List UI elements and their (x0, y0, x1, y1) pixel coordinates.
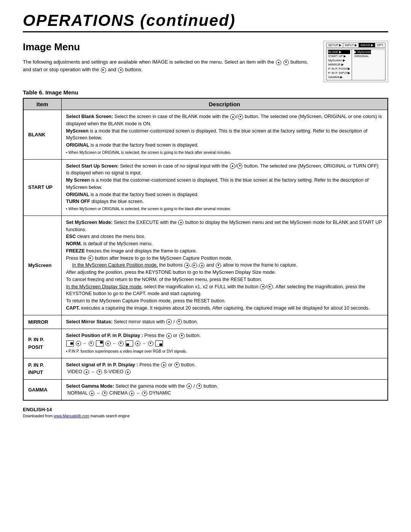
desc-cell-startup: Select Start Up Screen: Select the scree… (61, 159, 388, 216)
down-icon4: ▼ (216, 263, 221, 268)
desc-cell-posit: Select Position of P. in P. Display : Pr… (61, 329, 388, 358)
tab-setup: SETUP ▶ (327, 43, 343, 47)
right-icon5: ► (268, 284, 273, 289)
page-title: OPERATIONS (continued) (23, 11, 388, 30)
down-icon10: ▼ (196, 383, 202, 389)
desc-cell-myscreen: Set MyScreen Mode: Select the EXECUTE wi… (61, 216, 388, 315)
pip-bl (126, 340, 133, 347)
sub-spacer1 (354, 58, 371, 62)
tab-image: IMAGE ▶ (359, 43, 375, 47)
item-cell-gamma: GAMMA (23, 379, 61, 400)
desc-posit-bold: Select Position of P. in P. Display : (66, 333, 143, 338)
tab-input: INPUT ▶ (343, 43, 359, 47)
up-icon3: ▲ (178, 220, 183, 225)
up-icon12: ▲ (129, 391, 134, 396)
lr-btn3: ▲ (105, 341, 111, 346)
table-row: MIRROR Select Mirror Status: Select mirr… (23, 315, 388, 329)
pip-tr (96, 340, 104, 347)
table-row: MyScreen Set MyScreen Mode: Select the E… (23, 216, 388, 315)
down-icon8: ▼ (97, 369, 102, 375)
desc-myscreen2-label: My Screen (66, 177, 90, 183)
desc-cell-mirror: Select Mirror Status: Select mirror stat… (61, 315, 388, 329)
up-icon4: ▲ (199, 263, 204, 268)
capture-pos-underline: In the MyScreen Capture Position mode, (72, 262, 158, 268)
item-cell-myscreen: MyScreen (23, 216, 61, 315)
up-icon5: ▲ (166, 319, 172, 324)
item-cell-blank: BLANK (23, 110, 61, 160)
down-icon5: ▼ (177, 319, 182, 324)
desc-original-label: ORIGINAL (66, 142, 89, 148)
sub-spacer4 (354, 71, 371, 75)
right-icon3: ► (88, 256, 93, 261)
table-row: BLANK Select Blank Screen: Select the sc… (23, 110, 388, 160)
menu-left-items: BLANK ▶ START UP ▶ MyScreen ▶ MIRROR ▶ P… (327, 49, 352, 80)
item-cell-input: P. IN P.INPUT (23, 358, 61, 379)
desc-mirror-bold: Select Mirror Status: (66, 319, 113, 324)
down-icon: ▼ (238, 114, 243, 120)
menu-item-myscreen: MyScreen ▶ (328, 58, 350, 62)
desc-esc-label: ESC (66, 234, 76, 239)
image-menu-table: Item Description BLANK Select Blank Scre… (23, 98, 388, 401)
menu-body: BLANK ▶ START UP ▶ MyScreen ▶ MIRROR ▶ P… (326, 49, 386, 80)
down-icon2: ▼ (237, 163, 242, 169)
up-icon6: ▲ (166, 333, 172, 339)
footer-link[interactable]: www.Manualslib.com (54, 414, 89, 418)
right-icon4: ► (192, 263, 197, 268)
arrow-lr6: ↔ (136, 391, 140, 395)
lr-btn6: ▼ (148, 341, 153, 346)
table-row: P. IN P.INPUT Select signal of P. in P. … (23, 358, 388, 379)
up-icon9: ▲ (125, 369, 131, 375)
lr-btn1: ▲ (76, 341, 81, 346)
table-row: GAMMA Select Gamma Mode: Select the gamm… (23, 379, 388, 400)
myscreen-capture-line: In the MyScreen Capture Position mode, t… (72, 262, 297, 268)
startup-note: • When MyScreen or ORIGINAL is selected,… (66, 207, 231, 211)
right-btn-icon: ► (101, 67, 106, 73)
sub-spacer5 (354, 75, 371, 79)
desc-freeze-label: FREEZE (66, 248, 85, 254)
menu-diagram: SETUP ▶ INPUT ▶ IMAGE ▶ OPT. BLANK ▶ STA… (323, 41, 388, 82)
menu-item-pinp-input: P. IN P. INPUT▶ (328, 71, 350, 75)
desc-myscreen-label: MyScreen (66, 128, 89, 134)
menu-tabs: SETUP ▶ INPUT ▶ IMAGE ▶ OPT. (326, 43, 386, 48)
desc-setmyscreen-bold: Set MyScreen Mode: (66, 220, 113, 225)
desc-bold: Select Blank Screen: (66, 114, 113, 119)
menu-item-startup: START UP ▶ (328, 54, 350, 58)
menu-item-gamma: GAMMA ▶ (328, 75, 350, 79)
down-btn-icon: ▼ (284, 60, 289, 65)
sub-spacer2 (354, 62, 371, 67)
lr-btn5: ▲ (135, 341, 140, 346)
table-row: START UP Select Start Up Screen: Select … (23, 159, 388, 216)
up-icon: ▲ (230, 114, 236, 120)
arrow-lr4: ↔ (91, 369, 95, 374)
up-icon8: ▲ (84, 369, 89, 375)
sub-item-myscreen: ▶ MyScreen (354, 50, 371, 54)
lr-btn4: ▼ (118, 341, 124, 346)
down-icon12: ▼ (142, 391, 147, 396)
arrow-lr3: ↔ (142, 340, 146, 346)
intro-text: Image Menu The following adjustments and… (23, 39, 316, 74)
up-btn-icon: ▲ (276, 60, 281, 65)
down-icon6: ▼ (179, 333, 185, 339)
arrow-lr5: ↔ (96, 391, 100, 395)
item-cell-mirror: MIRROR (23, 315, 61, 329)
pip-tl (66, 340, 74, 347)
posit-note: • P.IN P. function superimposes a video … (66, 349, 187, 353)
desc-turnoff-label: TURN OFF (66, 199, 90, 204)
lr-btn2: ▼ (89, 341, 94, 346)
table-title: Table 6. Image Menu (23, 89, 388, 96)
sub-spacer3 (354, 67, 371, 71)
up-icon11: ▲ (89, 391, 94, 396)
desc-original2-label: ORIGINAL (66, 192, 89, 197)
desc-cell-gamma: Select Gamma Mode: Select the gamma mode… (61, 379, 388, 400)
menu-item-pinp-posit: P. IN P. POSIT▶ (328, 67, 350, 71)
section-title: Image Menu (23, 39, 316, 54)
footer-label: ENGLISH-14 (23, 407, 52, 412)
left-icon5: ◄ (260, 284, 265, 289)
pip-br (155, 340, 163, 347)
desc-startup-bold: Select Start Up Screen: (66, 163, 119, 169)
page-footer: ENGLISH-14 (23, 407, 388, 412)
footer-note: Downloaded from www.Manualslib.com manua… (23, 414, 388, 418)
desc-cell-input: Select signal of P. in P. Display : Pres… (61, 358, 388, 379)
desc-gamma-bold: Select Gamma Mode: (66, 383, 114, 389)
intro-area: Image Menu The following adjustments and… (23, 39, 388, 82)
